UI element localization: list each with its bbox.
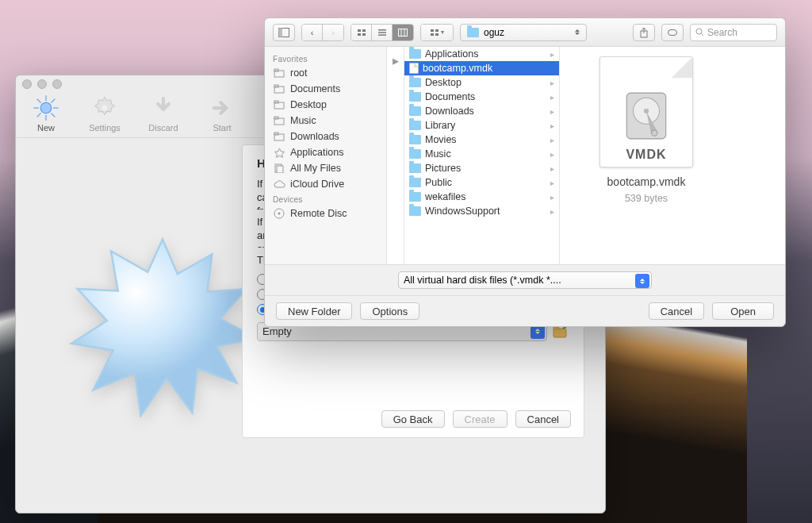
harddisk-icon bbox=[622, 90, 671, 144]
window-close-button[interactable] bbox=[22, 79, 32, 89]
sidebar-item-applications[interactable]: Applications bbox=[265, 144, 386, 160]
file-row[interactable]: Public▸ bbox=[404, 175, 559, 190]
open-label: Open bbox=[730, 306, 756, 317]
chevron-right-icon: ▸ bbox=[550, 164, 554, 173]
create-label: Create bbox=[465, 413, 496, 425]
start-button[interactable]: Start bbox=[201, 94, 243, 133]
view-icons-button[interactable] bbox=[351, 25, 372, 40]
file-row[interactable]: Downloads▸ bbox=[404, 104, 559, 118]
file-row[interactable]: Library▸ bbox=[404, 118, 559, 133]
column-parent: ▸ bbox=[387, 47, 404, 264]
file-row[interactable]: Desktop▸ bbox=[404, 75, 559, 90]
file-row[interactable]: Pictures▸ bbox=[404, 161, 559, 175]
view-list-button[interactable] bbox=[372, 25, 393, 40]
svg-rect-44 bbox=[277, 166, 283, 173]
chevron-right-icon: ▸ bbox=[550, 179, 554, 187]
sidebar-item-label: root bbox=[290, 67, 308, 79]
file-row[interactable]: wekafiles▸ bbox=[404, 190, 559, 204]
sidebar-item-label: Music bbox=[290, 115, 316, 126]
tags-button[interactable] bbox=[661, 24, 684, 41]
cancel-button[interactable]: Cancel bbox=[515, 410, 571, 428]
svg-rect-21 bbox=[378, 34, 386, 36]
start-arrow-icon bbox=[209, 94, 236, 121]
file-row[interactable]: Applications▸ bbox=[404, 47, 559, 61]
options-label: Options bbox=[372, 306, 408, 317]
chevron-right-icon: ▸ bbox=[550, 136, 554, 144]
file-row[interactable]: WindowsSupport▸ bbox=[404, 204, 559, 218]
create-button: Create bbox=[453, 410, 508, 428]
document-icon bbox=[409, 63, 419, 74]
sidebar-item-label: Remote Disc bbox=[290, 208, 347, 219]
sidebar-item-music[interactable]: Music bbox=[265, 113, 386, 129]
file-row-label: Downloads bbox=[425, 106, 474, 117]
sidebar-item-all-my-files[interactable]: All My Files bbox=[265, 160, 386, 176]
sidebar: Favorites rootDocumentsDesktopMusicDownl… bbox=[265, 47, 387, 264]
file-format-value: All virtual hard disk files (*.vmdk *...… bbox=[404, 275, 561, 286]
file-row-label: Desktop bbox=[425, 77, 462, 88]
svg-rect-30 bbox=[668, 29, 677, 35]
file-format-dropdown[interactable]: All virtual hard disk files (*.vmdk *...… bbox=[398, 271, 652, 289]
svg-rect-12 bbox=[553, 327, 559, 329]
file-row[interactable]: Movies▸ bbox=[404, 133, 559, 147]
file-row-label: Movies bbox=[425, 134, 457, 145]
window-zoom-button[interactable] bbox=[52, 79, 62, 89]
svg-rect-28 bbox=[435, 33, 439, 36]
window-minimize-button[interactable] bbox=[37, 79, 47, 89]
sidebar-item-remote-disc[interactable]: Remote Disc bbox=[265, 206, 386, 221]
nav-back-button[interactable]: ‹ bbox=[302, 25, 323, 40]
cancel-label: Cancel bbox=[661, 306, 692, 317]
disc-icon bbox=[273, 208, 285, 219]
discard-button[interactable]: Discard bbox=[143, 94, 184, 133]
sidebar-toggle-button[interactable] bbox=[273, 24, 295, 41]
sidebar-item-desktop[interactable]: Desktop bbox=[265, 97, 386, 113]
svg-point-46 bbox=[278, 213, 281, 215]
svg-rect-22 bbox=[399, 29, 408, 36]
search-field[interactable]: Search bbox=[690, 24, 777, 41]
sidebar-item-root[interactable]: root bbox=[265, 65, 386, 81]
discard-arrow-icon bbox=[150, 94, 177, 121]
file-row[interactable]: Music▸ bbox=[404, 147, 559, 161]
picker-toolbar: ‹ › ▾ oguz Search bbox=[265, 18, 785, 47]
view-columns-button[interactable] bbox=[393, 25, 413, 40]
cancel-label: Cancel bbox=[527, 413, 559, 425]
picker-cancel-button[interactable]: Cancel bbox=[649, 302, 704, 320]
svg-point-31 bbox=[696, 29, 702, 34]
chevron-right-icon: ▸ bbox=[550, 107, 554, 116]
folder-icon bbox=[467, 28, 479, 37]
group-dropdown[interactable]: ▾ bbox=[420, 24, 454, 41]
folder-icon bbox=[409, 92, 421, 102]
svg-rect-27 bbox=[431, 33, 434, 36]
sidebar-item-label: Downloads bbox=[290, 131, 339, 142]
sidebar-item-documents[interactable]: Documents bbox=[265, 81, 386, 97]
new-vm-button[interactable]: New bbox=[25, 94, 67, 133]
new-folder-label: New Folder bbox=[288, 306, 340, 317]
chevron-updown-icon bbox=[635, 274, 649, 288]
sidebar-icon bbox=[273, 147, 285, 158]
sidebar-heading-favorites: Favorites bbox=[265, 52, 386, 65]
preview-filename: bootcamp.vmdk bbox=[607, 175, 686, 188]
picker-open-button[interactable]: Open bbox=[712, 302, 774, 320]
options-button[interactable]: Options bbox=[360, 302, 419, 320]
settings-button[interactable]: Settings bbox=[84, 94, 125, 133]
sidebar-icon bbox=[273, 115, 285, 126]
svg-line-5 bbox=[37, 99, 40, 102]
svg-rect-15 bbox=[358, 29, 361, 32]
file-row[interactable]: bootcamp.vmdk bbox=[404, 61, 559, 75]
file-row-label: Music bbox=[425, 148, 451, 160]
svg-rect-19 bbox=[378, 29, 386, 31]
start-label: Start bbox=[213, 123, 231, 133]
view-mode-segment bbox=[350, 24, 414, 41]
search-icon bbox=[695, 28, 704, 37]
sidebar-item-label: Applications bbox=[290, 147, 343, 158]
chevron-right-icon: ▸ bbox=[550, 50, 554, 59]
sidebar-item-downloads[interactable]: Downloads bbox=[265, 129, 386, 144]
svg-point-50 bbox=[652, 130, 657, 136]
location-dropdown[interactable]: oguz bbox=[460, 24, 587, 41]
file-row[interactable]: Documents▸ bbox=[404, 90, 559, 104]
go-back-button[interactable]: Go Back bbox=[381, 410, 445, 428]
sidebar-icon bbox=[273, 179, 285, 190]
share-button[interactable] bbox=[633, 24, 655, 41]
sidebar-item-icloud-drive[interactable]: iCloud Drive bbox=[265, 176, 386, 192]
folder-icon bbox=[409, 149, 421, 159]
new-folder-button[interactable]: New Folder bbox=[276, 302, 352, 320]
